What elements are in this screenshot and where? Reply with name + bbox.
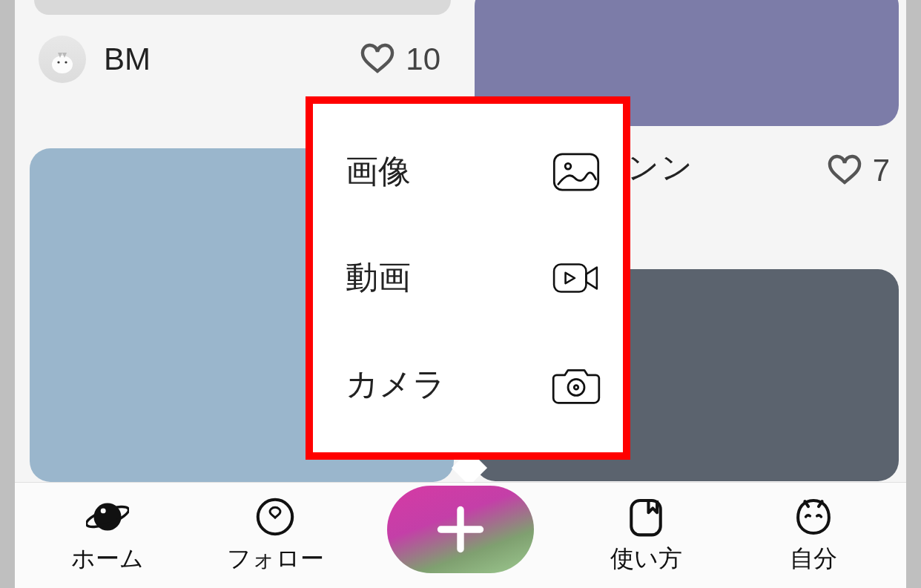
nav-howto[interactable]: 使い方: [590, 495, 702, 575]
nav-label: 自分: [790, 543, 837, 575]
bottom-navbar: ホーム フォロー 使い方: [15, 482, 906, 588]
svg-point-10: [101, 508, 106, 513]
nav-follow[interactable]: フォロー: [219, 495, 331, 575]
image-icon: [552, 151, 601, 194]
avatar-bird-icon: [46, 43, 79, 76]
svg-rect-5: [554, 264, 586, 291]
compose-option-label: 画像: [346, 150, 411, 194]
camera-icon: [552, 363, 601, 406]
compose-option-camera[interactable]: カメラ: [346, 347, 601, 421]
svg-point-7: [574, 386, 578, 390]
plus-icon: [432, 501, 489, 558]
feed-username[interactable]: BM: [104, 42, 151, 77]
svg-point-4: [565, 163, 571, 169]
planet-icon: [86, 495, 129, 538]
nav-label: 使い方: [610, 543, 682, 575]
compose-button[interactable]: [387, 486, 534, 573]
follow-icon: [254, 495, 297, 538]
nav-label: ホーム: [71, 543, 144, 575]
svg-point-2: [65, 61, 67, 63]
svg-point-0: [52, 56, 73, 73]
nav-me[interactable]: 自分: [758, 495, 869, 575]
heart-icon: [827, 153, 862, 188]
svg-rect-3: [554, 153, 598, 189]
feed-card-thumbnail-fragment: [34, 0, 451, 15]
nav-home[interactable]: ホーム: [52, 495, 163, 575]
like-block[interactable]: 10: [360, 42, 440, 77]
book-icon: [624, 495, 667, 538]
compose-option-video[interactable]: 動画: [346, 241, 601, 315]
nav-label: フォロー: [227, 543, 324, 575]
feed-card-meta[interactable]: BM 10: [24, 24, 454, 94]
heart-icon: [360, 42, 395, 77]
svg-point-6: [568, 380, 584, 396]
like-count: 10: [406, 42, 440, 77]
svg-point-1: [57, 61, 59, 63]
like-block[interactable]: 7: [827, 153, 890, 188]
compose-menu: 画像 動画 カメラ: [306, 96, 630, 460]
compose-option-image[interactable]: 画像: [346, 135, 601, 209]
app-screen: BM 10 ンン 7 画像 動画: [15, 0, 906, 588]
compose-option-label: 動画: [346, 256, 411, 300]
video-icon: [552, 257, 601, 300]
profile-owl-icon: [792, 495, 835, 538]
avatar[interactable]: [39, 36, 86, 83]
like-count: 7: [873, 153, 890, 188]
compose-option-label: カメラ: [346, 363, 446, 406]
